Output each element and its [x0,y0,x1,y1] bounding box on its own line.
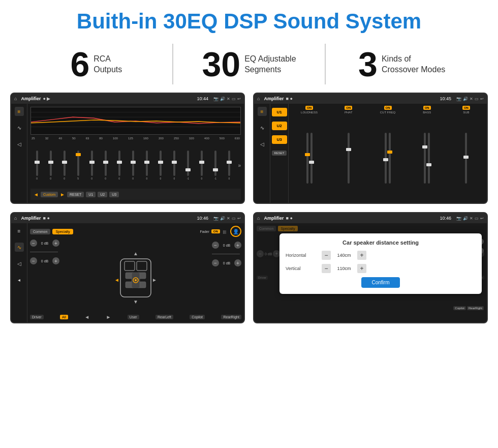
sidebar-fader-eq-icon[interactable]: ≡ [15,226,24,235]
sidebar-fader-wave-icon[interactable]: ∿ [15,243,24,252]
minus-btn-4[interactable]: − [212,259,219,266]
vertical-plus-btn[interactable]: + [357,264,366,273]
back-icon-4[interactable]: ↩ [480,216,484,221]
home-icon[interactable]: ⌂ [14,96,17,101]
camera-icon: 📷 [213,97,219,101]
phat-thumb[interactable] [346,148,351,151]
back-icon[interactable]: ↩ [237,97,241,101]
u2-btn[interactable]: U2 [98,192,107,197]
bass-on[interactable]: ON [423,106,431,110]
minus-btn-2[interactable]: − [30,257,37,264]
u2-crossover-btn[interactable]: U2 [272,122,287,130]
slider-thumb[interactable] [89,161,95,164]
sidebar-wave-icon[interactable]: ∿ [15,123,24,132]
reset-btn[interactable]: RESET [67,192,84,197]
loudness-thumb2[interactable] [309,161,314,164]
plus-btn-2[interactable]: + [52,257,59,264]
sidebar-crossover-wave-icon[interactable]: ∿ [258,123,267,132]
plus-btn-4[interactable]: + [234,259,241,266]
sidebar-eq-icon[interactable]: ≡ [15,107,24,116]
user-label[interactable]: User [128,315,139,319]
horizontal-plus-btn[interactable]: + [357,251,366,260]
home-icon-4[interactable]: ⌂ [257,216,260,221]
slider-thumb[interactable] [199,161,204,164]
phat-slider[interactable] [348,133,350,184]
slider-thumb[interactable] [76,153,81,156]
distance-overlay: Car speaker distance setting Horizontal … [279,233,482,294]
crossover-reset-btn[interactable]: RESET [272,151,286,156]
minus-btn-1[interactable]: − [30,240,37,247]
stat-eq-number: 30 [202,47,240,81]
phat-on[interactable]: ON [345,106,352,110]
minus-btn-3[interactable]: − [212,242,219,249]
slider-thumb[interactable] [144,161,149,164]
driver-label[interactable]: Driver [30,315,44,319]
cutfreq-slider2[interactable] [389,133,391,184]
slider-thumb[interactable] [103,161,108,164]
sidebar-crossover-speaker-icon[interactable]: ◁ [258,139,267,148]
fader-arrow-left[interactable]: ◄ [84,314,89,320]
common-tab[interactable]: Common [30,229,50,234]
bass-slider[interactable] [424,133,426,184]
sub-on[interactable]: ON [462,106,470,110]
crossover-screen-content: ≡ ∿ ◁ U1 U2 U3 RESET ON LOUDNESS [254,104,487,203]
bass-thumb2[interactable] [426,163,431,166]
fader-screen: ⌂ Amplifier ■ ● 10:46 📷 🔊 ✕ ▭ ↩ ≡ ∿ ◁ ◂ … [10,212,245,323]
crossover-time: 10:45 [440,96,451,101]
bass-thumb[interactable] [422,145,427,148]
plus-btn-3[interactable]: + [234,242,241,249]
person-icon[interactable]: 👤 [230,226,241,237]
loudness-slider[interactable] [306,133,308,184]
sidebar-crossover-eq-icon[interactable]: ≡ [258,107,267,116]
u3-btn[interactable]: U3 [109,192,119,197]
sub-thumb[interactable] [463,156,469,159]
loudness-thumb[interactable] [305,153,310,156]
cutfreq-thumb2[interactable] [387,151,392,154]
u3-crossover-btn[interactable]: U3 [272,135,287,144]
fader-arrow-right[interactable]: ► [106,314,111,320]
slider-thumb[interactable] [158,161,163,164]
cutfreq-on[interactable]: ON [384,106,392,110]
sidebar-fader-vol-icon[interactable]: ◂ [15,275,24,284]
all-label[interactable]: All [60,315,68,319]
eq-slider-6: 0 [99,151,112,180]
stat-rca: 6 RCAOutputs [30,47,162,81]
horizontal-minus-btn[interactable]: − [322,251,331,260]
stat-eq-text: EQ AdjustableSegments [244,47,296,75]
sub-slider[interactable] [465,133,467,184]
slider-thumb[interactable] [213,168,218,171]
confirm-button[interactable]: Confirm [361,277,399,288]
back-icon-3[interactable]: ↩ [237,216,241,221]
sidebar-fader-speaker-icon[interactable]: ◁ [15,259,24,268]
slider-thumb[interactable] [131,161,136,164]
slider-thumb[interactable] [227,161,232,164]
custom-btn[interactable]: Custom [41,192,58,197]
cutfreq-thumb[interactable] [383,158,388,161]
vertical-value: 110cm [334,266,354,271]
u1-crossover-btn[interactable]: U1 [272,108,287,116]
copilot-label[interactable]: Copilot [190,315,205,319]
bass-slider2[interactable] [428,133,430,184]
plus-btn-1[interactable]: + [52,240,59,247]
slider-thumb[interactable] [117,161,122,164]
u1-btn[interactable]: U1 [86,192,96,197]
next-btn[interactable]: ► [60,192,65,197]
more-icon[interactable]: » [236,163,241,168]
slider-thumb[interactable] [48,161,53,164]
vertical-minus-btn[interactable]: − [322,264,331,273]
loudness-on[interactable]: ON [305,106,313,110]
slider-thumb[interactable] [185,168,191,171]
prev-btn[interactable]: ◄ [34,192,39,197]
sidebar-speaker-icon[interactable]: ◁ [15,139,24,148]
loudness-slider2[interactable] [310,133,313,184]
cutfreq-slider[interactable] [385,133,387,184]
slider-thumb[interactable] [35,161,40,164]
fader-on-btn[interactable]: ON [211,229,220,233]
slider-thumb[interactable] [62,161,67,164]
slider-thumb[interactable] [172,161,177,164]
back-icon-2[interactable]: ↩ [480,97,484,101]
home-icon-3[interactable]: ⌂ [14,216,17,221]
home-icon-2[interactable]: ⌂ [257,96,260,101]
specialty-tab[interactable]: Specialty [52,229,73,234]
eq-left-sidebar: ≡ ∿ ◁ [11,104,27,203]
